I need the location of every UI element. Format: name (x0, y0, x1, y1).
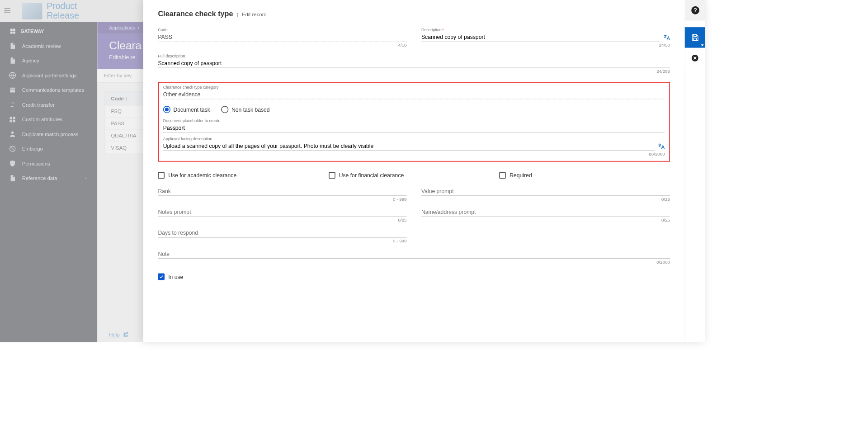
sidebar-item-communications-templates[interactable]: Communications templates (0, 83, 97, 98)
doc-placeholder-label: Document placeholder to create (163, 118, 665, 123)
block-icon (9, 145, 16, 152)
save-icon (691, 33, 699, 42)
code-counter: 4/10 (158, 43, 406, 47)
sidebar-item-label: Credit transfer (22, 102, 55, 108)
cb-financial-clearance[interactable]: Use for financial clearance (329, 172, 500, 179)
check-icon (159, 274, 164, 279)
cb-in-use[interactable]: In use (158, 274, 670, 280)
doc-icon (9, 175, 16, 182)
rank-input[interactable] (158, 187, 406, 196)
brand: ProductRelease (15, 1, 79, 21)
rank-helper: 0 - 999 (158, 197, 406, 202)
swap-icon (9, 101, 16, 108)
note-input[interactable] (158, 250, 670, 259)
cancel-icon (691, 54, 699, 62)
cb-required[interactable]: Required (499, 172, 670, 179)
edit-panel: Clearance check type | Edit record Code … (143, 0, 705, 342)
value-prompt-helper: 0/25 (421, 197, 670, 202)
breadcrumb-link[interactable]: Applications (109, 25, 135, 30)
shield-icon (9, 160, 16, 167)
translate-icon[interactable] (663, 33, 670, 41)
svg-text:?: ? (693, 7, 697, 14)
help-link[interactable]: Help (109, 332, 128, 338)
sidebar-item-custom-attributes[interactable]: Custom attributes (0, 112, 97, 127)
description-label: Description* (421, 28, 670, 32)
sidebar-item-permissions[interactable]: Permissions (0, 156, 97, 171)
panel-header: Clearance check type | Edit record (158, 9, 670, 18)
sidebar-item-label: Custom attributes (22, 117, 62, 123)
panel-help-button[interactable]: ? (685, 0, 706, 21)
sidebar-section-title: GATEWAY (0, 22, 97, 39)
sidebar-item-label: Reference data (22, 175, 57, 181)
brand-line1: Product (47, 1, 77, 11)
panel-action-rail (685, 27, 706, 68)
person-icon (9, 130, 16, 137)
note-helper: 0/2000 (158, 260, 670, 265)
highlighted-section: Clearance check type category Document t… (158, 82, 670, 161)
days-to-respond-input[interactable] (158, 228, 406, 237)
panel-mode: Edit record (242, 11, 267, 17)
sidebar: GATEWAY Academic reviewAgencyApplicant p… (0, 22, 97, 342)
brand-logo (22, 3, 42, 19)
doc-icon (9, 57, 16, 64)
name-address-prompt-helper: 0/25 (421, 218, 670, 222)
code-input (158, 33, 406, 42)
brand-line2: Release (47, 11, 79, 21)
full-description-input[interactable] (158, 59, 670, 68)
sidebar-item-agency[interactable]: Agency (0, 53, 97, 68)
tmpl-icon (9, 86, 16, 94)
menu-toggle-button[interactable] (0, 6, 15, 15)
sidebar-item-label: Agency (22, 58, 39, 64)
chevron-down-icon (83, 175, 88, 180)
cb-academic-clearance[interactable]: Use for academic clearance (158, 172, 329, 179)
category-label: Clearance check type category (163, 85, 665, 90)
name-address-prompt-input[interactable] (421, 208, 670, 217)
notes-prompt-helper: 0/25 (158, 218, 406, 222)
sidebar-item-label: Embargo (22, 146, 43, 152)
description-counter: 24/50 (421, 43, 670, 47)
sidebar-item-academic-review[interactable]: Academic review (0, 38, 97, 53)
full-description-counter: 24/255 (158, 69, 670, 74)
globe-icon (9, 71, 16, 79)
help-icon: ? (691, 6, 700, 15)
panel-title: Clearance check type (158, 9, 233, 18)
sidebar-item-label: Applicant portal settings (22, 72, 77, 78)
radio-document-task-label: Document task (174, 106, 210, 113)
sidebar-item-applicant-portal-settings[interactable]: Applicant portal settings (0, 68, 97, 83)
grid-icon (9, 116, 16, 123)
description-input[interactable] (421, 33, 660, 42)
code-label: Code (158, 28, 406, 32)
applicant-desc-counter: 86/2000 (163, 151, 665, 156)
doc-placeholder-input[interactable] (163, 123, 665, 132)
category-input (163, 90, 665, 99)
cancel-button[interactable] (685, 48, 706, 69)
sidebar-item-reference-data[interactable]: Reference data (0, 171, 97, 186)
value-prompt-input[interactable] (421, 187, 670, 196)
sidebar-item-embargo[interactable]: Embargo (0, 142, 97, 156)
full-description-label: Full description (158, 54, 670, 58)
sidebar-item-credit-transfer[interactable]: Credit transfer (0, 97, 97, 112)
days-to-respond-helper: 0 - 999 (158, 238, 406, 243)
doc-icon (9, 42, 16, 49)
applicant-desc-input[interactable] (163, 142, 655, 151)
radio-document-task[interactable]: Document task (163, 106, 210, 113)
radio-non-task-based[interactable]: Non task based (221, 106, 269, 113)
sidebar-item-label: Permissions (22, 161, 50, 166)
translate-icon[interactable] (658, 142, 665, 150)
save-button[interactable] (685, 27, 706, 48)
save-dropdown-caret-icon (701, 44, 704, 46)
sidebar-item-label: Academic review (22, 43, 61, 49)
sidebar-item-label: Duplicate match process (22, 131, 79, 137)
notes-prompt-input[interactable] (158, 208, 406, 217)
radio-non-task-based-label: Non task based (231, 106, 270, 113)
applicant-desc-label: Applicant facing description (163, 136, 665, 141)
sidebar-item-duplicate-match-process[interactable]: Duplicate match process (0, 127, 97, 142)
sidebar-item-label: Communications templates (22, 87, 84, 93)
